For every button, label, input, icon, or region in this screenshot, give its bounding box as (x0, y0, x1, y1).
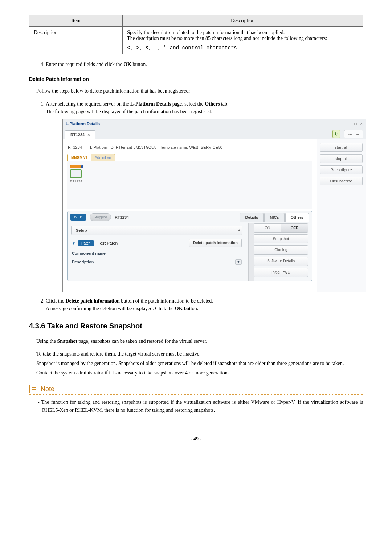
window-titlebar: L-Platform Details — □ × (63, 119, 366, 129)
tab-nics[interactable]: NICs (264, 213, 284, 222)
toolbar-dots-icon: ••• (348, 131, 352, 137)
expand-icon[interactable]: ▼ (72, 241, 75, 246)
delete-patch-button[interactable]: Delete patch information (189, 239, 242, 247)
toggle-off[interactable]: OFF (281, 224, 308, 232)
desc-code: <, >, &, ', " and control characters (127, 45, 358, 51)
template-label: Template name: (160, 145, 188, 149)
th-description: Description (123, 15, 363, 27)
minimize-icon[interactable]: — (347, 121, 351, 127)
power-toggle[interactable]: ON OFF (254, 223, 308, 233)
badge-stopped: Stopped (90, 213, 111, 221)
component-name-row: Component name (71, 249, 242, 258)
server-node[interactable]: 1 RT1234 (70, 165, 83, 184)
tab-details[interactable]: Details (240, 213, 264, 222)
tab-others[interactable]: Others (285, 213, 309, 222)
note-block: Note The function for taking and restori… (29, 385, 363, 414)
section-4-3-6-title: 4.3.6 Take and Restore Snapshot (29, 322, 363, 332)
delete-patch-title: Delete Patch Information (29, 76, 363, 82)
server-details-panel: WEB Stopped RT1234 Details NICs Others (67, 211, 312, 281)
setup-label: Setup (72, 226, 91, 235)
lpid-value: RTtenant-6M13TGZU8 (116, 145, 156, 149)
section-p3: Snapshot is managed by the generation. S… (36, 360, 363, 368)
patch-row: ▼ Patch Test Patch Delete patch informat… (71, 237, 242, 249)
note-list: The function for taking and restoring sn… (38, 398, 363, 414)
toolbar-list-icon: ≣ (356, 131, 359, 137)
badge-patch: Patch (78, 240, 94, 246)
note-item-1: The function for taking and restoring sn… (38, 398, 363, 414)
badge-web: WEB (70, 214, 86, 221)
section-p1: Using the Snapshot page, snapshots can b… (36, 337, 363, 345)
network-tabs[interactable]: MNGMNT AdminLan (67, 154, 115, 161)
section-p4: Contact the system administrator if it i… (36, 369, 363, 377)
maximize-icon[interactable]: □ (354, 121, 357, 127)
delete-intro: Follow the steps below to delete patch i… (36, 87, 363, 95)
tab-adminlan[interactable]: AdminLan (91, 154, 115, 161)
initial-pwd-button[interactable]: Initial PWD (254, 268, 308, 277)
delete-step-1: After selecting the required server on t… (46, 100, 363, 292)
page-number: - 49 - (29, 436, 363, 442)
desc-line2: The description must be no more than 85 … (127, 36, 358, 41)
lpid-label: L-Platform ID: (90, 145, 115, 149)
scrollbar[interactable] (248, 223, 254, 281)
server-icon (70, 169, 82, 178)
delete-steps: After selecting the required server on t… (29, 100, 363, 312)
td-item: Description (29, 27, 123, 54)
tab-mngmnt[interactable]: MNGMNT (68, 154, 91, 161)
software-details-button[interactable]: Software Details (254, 257, 308, 266)
tab-rt1234[interactable]: RT1234 × (65, 130, 95, 139)
topology-canvas: 1 RT1234 (67, 161, 312, 209)
th-item: Item (29, 15, 123, 27)
section-p2: To take the snapshots and restore them, … (36, 350, 363, 358)
cloning-button[interactable]: Cloning (254, 245, 308, 255)
window-title: L-Platform Details (66, 121, 347, 127)
note-divider (29, 394, 363, 395)
note-icon (29, 385, 38, 393)
stop-all-button[interactable]: stop all (320, 154, 363, 163)
desc-line1: Specify the description related to the p… (127, 30, 358, 36)
side-actions: start all stop all Reconfigure Unsubscri… (317, 139, 366, 292)
td-description: Specify the description related to the p… (123, 27, 363, 54)
server-node-label: RT1234 (70, 179, 83, 184)
patch-name: Test Patch (98, 240, 118, 246)
scroll-up-icon[interactable]: ▲ (236, 227, 242, 234)
lplatform-name: RT1234 (68, 144, 82, 151)
description-table: Item Description Description Specify the… (29, 15, 363, 54)
port-icon: 1 (81, 165, 83, 168)
refresh-icon: ↻ (335, 131, 339, 138)
steps-list-continued: Enter the required fields and click the … (29, 61, 363, 68)
scroll-down-icon[interactable]: ▼ (235, 259, 242, 265)
snapshot-button[interactable]: Snapshot (254, 234, 308, 244)
reconfigure-button[interactable]: Reconfigure (320, 165, 363, 174)
description-row: Description ▼ (71, 258, 242, 267)
step-4: Enter the required fields and click the … (46, 61, 363, 68)
refresh-button[interactable]: ↻ (332, 130, 340, 138)
delete-step-2: Click the Delete patch information butto… (46, 297, 363, 312)
server-name: RT1234 (115, 214, 129, 221)
setup-row[interactable]: Setup ▲ (71, 226, 242, 235)
start-all-button[interactable]: start all (320, 143, 363, 152)
tab-close-icon[interactable]: × (87, 132, 90, 138)
lplatform-details-screenshot: L-Platform Details — □ × RT1234 × ↻ ••• … (62, 119, 366, 292)
unsubscribe-button[interactable]: Unsubscribe (320, 177, 363, 185)
toggle-on[interactable]: ON (254, 224, 281, 232)
template-value: WEB_SERVICE50 (189, 145, 222, 149)
note-label: Note (41, 385, 54, 393)
info-row: RT1234 L-Platform ID: RTtenant-6M13TGZU8… (67, 143, 312, 154)
toolbar-right[interactable]: ••• ≣ (344, 130, 363, 138)
close-icon[interactable]: × (360, 121, 363, 127)
tab-strip: RT1234 × ↻ ••• ≣ (63, 128, 366, 139)
